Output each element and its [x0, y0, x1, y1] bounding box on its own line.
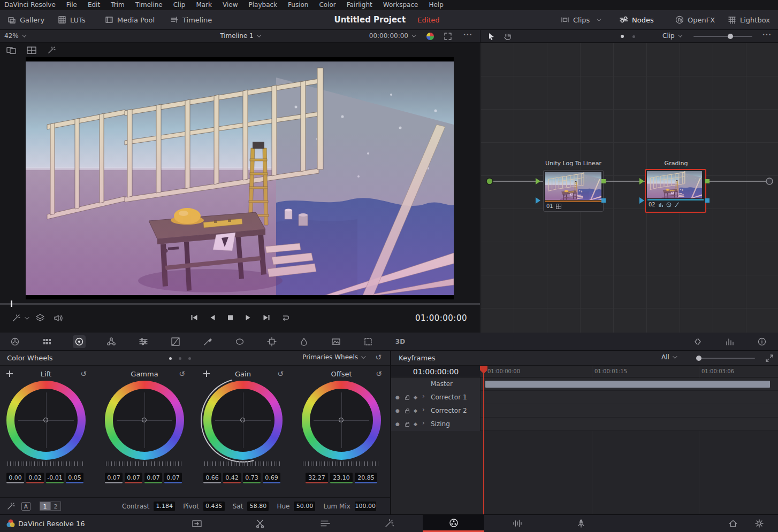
expand-chevron-icon[interactable]: ›: [422, 392, 425, 400]
select-tool-icon[interactable]: [487, 32, 495, 41]
reset-all-icon[interactable]: ↺: [375, 353, 382, 361]
nodes-button[interactable]: Nodes: [620, 10, 654, 29]
page-fairlight-button[interactable]: [499, 515, 536, 532]
offset-green-value[interactable]: 23.10: [330, 473, 353, 483]
menu-view[interactable]: View: [217, 0, 243, 10]
rgb-input-connector[interactable]: [536, 178, 540, 184]
node-graph[interactable]: Unity Log To Linear Grading 01 02: [480, 43, 778, 333]
pan-hand-icon[interactable]: [503, 32, 512, 41]
rgb-input-connector[interactable]: [639, 178, 644, 184]
offset-master-trackbar[interactable]: [303, 461, 380, 466]
project-manager-button[interactable]: [722, 515, 744, 532]
highlight-wand-icon[interactable]: [47, 46, 57, 55]
expand-panel-icon[interactable]: [765, 354, 774, 363]
motion-effects-button[interactable]: [137, 335, 150, 348]
menu-workspace[interactable]: Workspace: [378, 0, 424, 10]
gamma-color-wheel[interactable]: [105, 381, 184, 460]
offset-red-value[interactable]: 32.27: [306, 473, 328, 483]
keyframe-diamond-icon[interactable]: ◆: [414, 393, 417, 402]
split-screen-icon[interactable]: [27, 46, 36, 55]
adjustment-value[interactable]: 0.435: [203, 502, 225, 511]
menu-app[interactable]: DaVinci Resolve: [0, 0, 61, 10]
video-viewport[interactable]: [26, 57, 454, 299]
luts-button[interactable]: LUTs: [58, 10, 86, 29]
tracker-button[interactable]: [265, 335, 278, 348]
page-color-button[interactable]: [423, 515, 484, 532]
keyframe-diamond-icon[interactable]: ◆: [414, 406, 417, 415]
node-grading[interactable]: 02: [645, 169, 706, 213]
reset-icon[interactable]: ↺: [376, 369, 382, 378]
gain-color-wheel[interactable]: [203, 381, 283, 460]
page-cut-button[interactable]: [242, 515, 279, 532]
keyframes-filter-dropdown[interactable]: All: [661, 353, 676, 361]
viewer-seek-playhead[interactable]: [11, 300, 12, 307]
wipe-style-button[interactable]: [426, 33, 434, 40]
menu-help[interactable]: Help: [423, 0, 448, 10]
adjustment-value[interactable]: 100.00: [355, 502, 376, 511]
track-enable-dot[interactable]: ●: [395, 420, 400, 428]
menu-timeline[interactable]: Timeline: [130, 0, 168, 10]
stereo-3d-button[interactable]: 3D: [394, 335, 407, 348]
gain-red-value[interactable]: 0.42: [223, 473, 241, 483]
settings-button[interactable]: [749, 515, 770, 532]
auto-grade-button[interactable]: [12, 314, 28, 322]
node-tree-output-port[interactable]: [766, 178, 773, 184]
menu-edit[interactable]: Edit: [82, 0, 105, 10]
rgb-mixer-button[interactable]: [105, 335, 118, 348]
loop-button[interactable]: [280, 314, 290, 321]
wheels-tab-2[interactable]: 2: [50, 502, 61, 511]
menu-color[interactable]: Color: [314, 0, 341, 10]
page-deliver-button[interactable]: [562, 515, 600, 532]
ab-compare-button[interactable]: [691, 335, 704, 348]
page-media-button[interactable]: [178, 515, 216, 532]
timeline-button[interactable]: Timeline: [170, 10, 212, 29]
page-fusion-button[interactable]: [371, 515, 408, 532]
offset-color-wheel[interactable]: [302, 381, 381, 460]
lock-icon[interactable]: [405, 423, 409, 427]
wheels-tab-1[interactable]: 1: [40, 502, 50, 511]
viewer-zoom-dropdown[interactable]: 42%: [4, 32, 25, 40]
keyframes-zoom-slider[interactable]: [697, 358, 755, 359]
key-input-connector[interactable]: [639, 197, 644, 204]
gamma-master-value[interactable]: 0.07: [105, 473, 123, 483]
gain-master-value[interactable]: 0.66: [203, 473, 221, 483]
node-mode-dropdown[interactable]: Clip: [662, 32, 681, 40]
node-zoom-knob[interactable]: [728, 34, 733, 39]
keyframe-track-corrector-2[interactable]: ● ◆ › Corrector 2: [391, 404, 778, 418]
keyframes-ruler[interactable]: 01:00:00:00 01:00:01:15 01:00:03:06: [480, 366, 778, 377]
lock-icon[interactable]: [405, 410, 409, 413]
wheels-mode-dropdown[interactable]: Primaries Wheels: [302, 353, 364, 361]
gain-master-trackbar[interactable]: [204, 461, 281, 466]
keyframe-track-master[interactable]: Master: [391, 377, 778, 391]
page-edit-button[interactable]: [307, 515, 344, 532]
play-button[interactable]: [244, 314, 251, 321]
reset-icon[interactable]: ↺: [179, 369, 185, 378]
page-dots[interactable]: [169, 357, 191, 360]
go-to-start-button[interactable]: [190, 314, 199, 321]
node-tree-input-port[interactable]: [486, 178, 493, 184]
speaker-icon[interactable]: [54, 313, 63, 323]
blur-button[interactable]: [298, 335, 310, 348]
expand-viewer-icon[interactable]: [444, 32, 452, 41]
qualifier-button[interactable]: [201, 335, 214, 348]
camera-raw-button[interactable]: [9, 335, 21, 348]
lift-blue-value[interactable]: 0.05: [66, 473, 83, 483]
stop-button[interactable]: [226, 314, 234, 321]
track-enable-dot[interactable]: ●: [395, 406, 400, 415]
gallery-button[interactable]: Gallery: [7, 10, 44, 29]
master-track-bar[interactable]: [485, 381, 770, 388]
gamma-blue-value[interactable]: 0.07: [164, 473, 182, 483]
info-button[interactable]: [756, 335, 768, 348]
step-back-button[interactable]: [209, 314, 216, 321]
power-window-button[interactable]: [233, 335, 246, 348]
menu-file[interactable]: File: [61, 0, 82, 10]
keyframe-track-sizing[interactable]: ● ◆ › Sizing: [391, 418, 778, 431]
sizing-button[interactable]: [362, 335, 375, 348]
keyframe-diamond-icon[interactable]: ◆: [414, 420, 417, 428]
timeline-selector[interactable]: Timeline 1: [220, 32, 260, 40]
menu-trim[interactable]: Trim: [105, 0, 130, 10]
gamma-green-value[interactable]: 0.07: [144, 473, 162, 483]
gamma-master-trackbar[interactable]: [106, 461, 183, 466]
media-pool-button[interactable]: Media Pool: [105, 10, 155, 29]
key-input-connector[interactable]: [536, 197, 540, 204]
